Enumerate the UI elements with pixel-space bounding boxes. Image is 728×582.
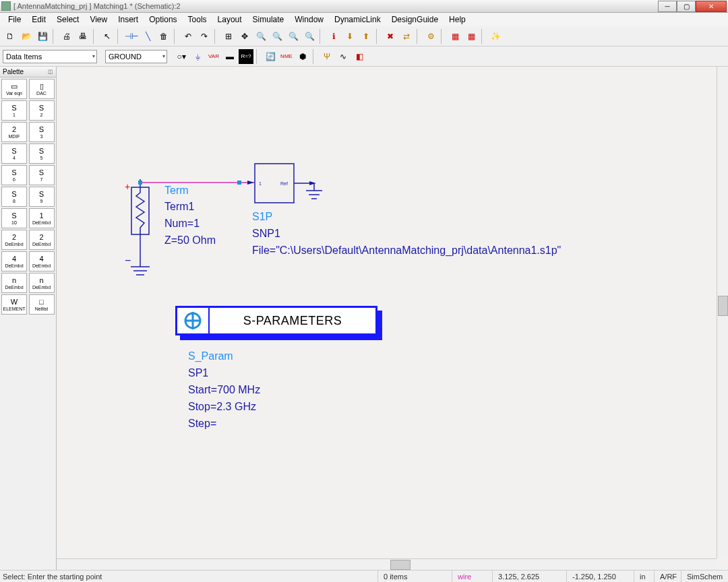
close-button[interactable]: ✕: [696, 1, 727, 12]
palette-item-0[interactable]: ▭Var eqn: [1, 79, 27, 99]
view-all-button[interactable]: ⊞: [221, 29, 236, 44]
sparam-name[interactable]: S_Param: [188, 348, 233, 365]
simulate-button[interactable]: ⚙: [423, 29, 438, 44]
menu-view[interactable]: View: [84, 13, 113, 26]
redo-button[interactable]: ↷: [197, 29, 212, 44]
menu-dynamiclink[interactable]: DynamicLink: [329, 13, 386, 26]
place-button[interactable]: ○▾: [174, 49, 189, 64]
s1p-symbol[interactable]: 1 Ref: [252, 161, 333, 208]
cluster-button[interactable]: ⬢: [295, 49, 310, 64]
menu-options[interactable]: Options: [144, 13, 182, 26]
print-button[interactable]: 🖨: [59, 29, 74, 44]
term-inst[interactable]: Term1: [164, 199, 194, 216]
template-button[interactable]: ▬: [222, 49, 237, 64]
menu-edit[interactable]: Edit: [26, 13, 51, 26]
sparam-start[interactable]: Start=700 MHz: [188, 382, 260, 399]
wand-button[interactable]: ✨: [488, 29, 503, 44]
vertical-scrollbar[interactable]: [717, 67, 728, 558]
delete-button[interactable]: 🗑: [156, 29, 171, 44]
palette-item-14[interactable]: 2DeEmbd: [1, 230, 27, 250]
info-button[interactable]: ℹ: [326, 29, 341, 44]
open-button[interactable]: 📂: [19, 29, 34, 44]
menu-layout[interactable]: Layout: [212, 13, 247, 26]
palette-item-1[interactable]: ▯DAC: [29, 79, 55, 99]
palette-pin-icon[interactable]: ◫: [48, 69, 53, 75]
layout-button[interactable]: ◧: [352, 49, 367, 64]
menu-bar: File Edit Select View Insert Options Too…: [0, 13, 728, 26]
s1p-name[interactable]: S1P: [252, 209, 272, 226]
sparam-inst[interactable]: SP1: [188, 365, 208, 382]
palette-item-3[interactable]: S2: [29, 100, 55, 121]
push-button[interactable]: ⬇: [342, 29, 357, 44]
wire-button[interactable]: ╲: [140, 29, 155, 44]
red-grid-2[interactable]: ▦: [464, 29, 479, 44]
palette-item-13[interactable]: 1DeEmbd: [29, 208, 55, 228]
palette-item-2[interactable]: S1: [1, 100, 27, 121]
palette-item-18[interactable]: nDeEmbd: [1, 273, 27, 293]
end-command-button[interactable]: ⊣⊢: [124, 29, 139, 44]
palette-item-11[interactable]: S9: [29, 187, 55, 207]
maximize-button[interactable]: ▢: [677, 1, 696, 12]
undo-button[interactable]: ↶: [181, 29, 195, 44]
menu-simulate[interactable]: Simulate: [247, 13, 290, 26]
zoom-point-button[interactable]: 🔍: [302, 29, 317, 44]
palette-header[interactable]: Palette ◫: [0, 67, 56, 77]
schematic-canvas[interactable]: + − 1: [57, 67, 728, 570]
pop-button[interactable]: ⬆: [359, 29, 373, 44]
palette-item-16[interactable]: 4DeEmbd: [1, 251, 27, 271]
palette-item-10[interactable]: S8: [1, 187, 27, 207]
term-symbol[interactable]: + −: [125, 179, 153, 287]
horizontal-scrollbar[interactable]: [57, 558, 717, 570]
palette-item-20[interactable]: WELEMENT: [1, 294, 27, 315]
zoom-rect-button[interactable]: 🔍: [253, 29, 268, 44]
sparam-step[interactable]: Step=: [188, 416, 216, 432]
s1p-inst[interactable]: SNP1: [252, 226, 280, 243]
rotate-button[interactable]: 🔄: [263, 49, 278, 64]
pan-button[interactable]: ✥: [237, 29, 252, 44]
category-combo[interactable]: Data Items: [3, 50, 97, 63]
term-z[interactable]: Z=50 Ohm: [164, 232, 216, 249]
ground-button[interactable]: ⏚: [190, 49, 205, 64]
menu-window[interactable]: Window: [289, 13, 329, 26]
menu-help[interactable]: Help: [444, 13, 471, 26]
component-combo[interactable]: GROUND: [105, 50, 167, 63]
disp-button[interactable]: ∿: [336, 49, 351, 64]
term-name[interactable]: Term: [164, 183, 189, 199]
tune-button[interactable]: Ψ: [320, 49, 334, 64]
save-button[interactable]: 💾: [35, 29, 50, 44]
sparam-box[interactable]: S-PARAMETERS: [175, 306, 377, 335]
palette-item-19[interactable]: nDeEmbd: [29, 273, 55, 293]
var-button[interactable]: VAR: [206, 49, 221, 64]
deactivate-button[interactable]: ✖: [383, 29, 398, 44]
menu-select[interactable]: Select: [51, 13, 84, 26]
short-button[interactable]: ⇄: [399, 29, 414, 44]
palette-item-4[interactable]: 2MDIF: [1, 122, 27, 142]
palette-item-9[interactable]: S7: [29, 165, 55, 185]
palette-item-21[interactable]: □Netlist: [29, 294, 55, 315]
term-num[interactable]: Num=1: [164, 216, 200, 232]
palette-item-15[interactable]: 2DeEmbd: [29, 230, 55, 250]
minimize-button[interactable]: ─: [658, 1, 677, 12]
palette-item-17[interactable]: 4DeEmbd: [29, 251, 55, 271]
name-button[interactable]: NME: [279, 49, 294, 64]
palette-item-12[interactable]: S10: [1, 208, 27, 228]
s1p-file[interactable]: File="C:\Users\Default\AntennaMatching_p…: [252, 243, 561, 259]
palette-item-6[interactable]: S4: [1, 143, 27, 164]
print-area-button[interactable]: 🖶: [75, 29, 90, 44]
menu-tools[interactable]: Tools: [183, 13, 212, 26]
palette-item-8[interactable]: S6: [1, 165, 27, 185]
ref-button[interactable]: R=?: [239, 49, 253, 64]
menu-insert[interactable]: Insert: [113, 13, 144, 26]
palette-item-5[interactable]: S3: [29, 122, 55, 142]
sparam-stop[interactable]: Stop=2.3 GHz: [188, 399, 256, 416]
menu-file[interactable]: File: [3, 13, 26, 26]
zoom-in-button[interactable]: 🔍: [270, 29, 284, 44]
status-profile: A/RF: [654, 571, 681, 582]
red-grid-1[interactable]: ▦: [448, 29, 462, 44]
new-button[interactable]: 🗋: [3, 29, 18, 44]
menu-designguide[interactable]: DesignGuide: [386, 13, 444, 26]
arrow-tool[interactable]: ↖: [100, 29, 115, 44]
wire-term-to-s1p[interactable]: [133, 179, 257, 186]
zoom-out-button[interactable]: 🔍: [286, 29, 301, 44]
palette-item-7[interactable]: S5: [29, 143, 55, 164]
